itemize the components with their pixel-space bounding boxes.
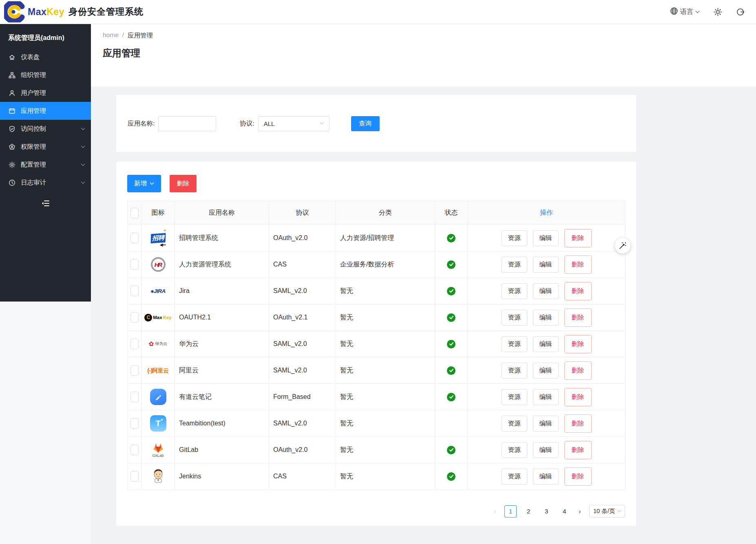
app-name-cell: 招聘管理系统 — [175, 225, 269, 251]
delete-row-button[interactable]: 删除 — [564, 441, 592, 459]
resource-button[interactable]: 资源 — [502, 336, 527, 352]
sidebar-item[interactable]: 应用管理 — [0, 102, 91, 120]
page-size-select[interactable]: 10 条/页 — [589, 505, 625, 518]
sidebar-item[interactable]: 访问控制 — [0, 120, 91, 138]
breadcrumb-home-link[interactable]: home — [103, 31, 119, 40]
app-logo-icon: (-)阿里云 — [149, 361, 168, 380]
theme-switch-fab[interactable] — [615, 238, 630, 253]
sidebar-item[interactable]: 配置管理 — [0, 156, 91, 174]
edit-button[interactable]: 编辑 — [533, 416, 559, 432]
app-protocol-cell: SAML_v2.0 — [269, 331, 336, 357]
delete-row-button[interactable]: 删除 — [564, 255, 592, 274]
row-checkbox[interactable] — [130, 312, 139, 323]
sidebar-item[interactable]: 权限管理 — [0, 138, 91, 156]
edit-button[interactable]: 编辑 — [533, 469, 559, 485]
resource-button[interactable]: 资源 — [502, 469, 527, 485]
delete-row-button[interactable]: 删除 — [564, 282, 592, 300]
sidebar-item[interactable]: 日志审计 — [0, 174, 91, 192]
sidebar-item-label: 访问控制 — [21, 125, 81, 133]
column-icon: 图标 — [141, 201, 175, 225]
row-checkbox[interactable] — [130, 471, 139, 482]
delete-row-button[interactable]: 删除 — [564, 361, 592, 380]
edit-button[interactable]: 编辑 — [533, 257, 559, 273]
status-active-icon — [447, 418, 455, 427]
page-number-button[interactable]: 1 — [504, 505, 517, 518]
table-row: Jenkins CAS 暂无 资源 编辑 删除 — [128, 463, 626, 490]
protocol-label: 协议: — [240, 119, 254, 128]
column-actions: 操作 — [468, 201, 626, 225]
resource-button[interactable]: 资源 — [502, 283, 527, 299]
page-number-button[interactable]: 3 — [540, 505, 553, 518]
sidebar-item-label: 组织管理 — [21, 71, 81, 79]
sidebar-collapse-button[interactable] — [40, 198, 51, 209]
app-protocol-cell: SAML_v2.0 — [269, 357, 336, 384]
edit-button[interactable]: 编辑 — [533, 363, 559, 379]
delete-row-button[interactable]: 删除 — [564, 335, 592, 353]
resource-button[interactable]: 资源 — [502, 389, 527, 405]
next-page-button[interactable]: › — [576, 508, 584, 515]
delete-row-button[interactable]: 删除 — [564, 467, 592, 486]
settings-icon[interactable] — [714, 8, 722, 16]
app-name-cell: 华为云 — [175, 331, 269, 357]
status-active-icon — [447, 472, 455, 481]
row-checkbox[interactable] — [130, 339, 139, 349]
row-checkbox[interactable] — [130, 365, 139, 376]
sidebar-item[interactable]: 用户管理 — [0, 84, 91, 102]
bulk-delete-button[interactable]: 删除 — [170, 175, 197, 192]
app-name-input[interactable] — [158, 116, 216, 131]
sidebar-item-label: 配置管理 — [21, 161, 81, 169]
sidebar-item[interactable]: 组织管理 — [0, 66, 91, 84]
page-number-button[interactable]: 2 — [522, 505, 535, 518]
edit-button[interactable]: 编辑 — [533, 310, 559, 326]
app-name-label: 应用名称: — [128, 119, 155, 128]
app-logo-icon — [149, 467, 168, 486]
resource-button[interactable]: 资源 — [502, 416, 527, 432]
edit-button[interactable]: 编辑 — [533, 230, 559, 246]
table-row: (-)阿里云 阿里云 SAML_v2.0 暂无 资源 编辑 删除 — [128, 357, 626, 384]
resource-button[interactable]: 资源 — [502, 310, 527, 326]
edit-button[interactable]: 编辑 — [533, 283, 559, 299]
resource-button[interactable]: 资源 — [502, 363, 527, 379]
app-protocol-cell: OAuth_v2.0 — [269, 437, 336, 463]
app-protocol-cell: Form_Based — [269, 384, 336, 410]
delete-row-button[interactable]: 删除 — [564, 414, 592, 433]
page-number-button[interactable]: 4 — [558, 505, 570, 518]
select-all-checkbox[interactable] — [130, 208, 139, 218]
sidebar-nav: 仪表盘 组织管理 用户管理 应用管理 访问控制 权限管理 配置管理 日志审计 — [0, 48, 91, 192]
row-checkbox[interactable] — [130, 233, 139, 243]
query-button[interactable]: 查询 — [351, 116, 380, 131]
app-logo-icon: ✿华为云 — [149, 335, 168, 353]
edit-button[interactable]: 编辑 — [533, 336, 559, 352]
logout-icon[interactable] — [736, 8, 745, 16]
resource-button[interactable]: 资源 — [502, 230, 527, 246]
row-checkbox[interactable] — [130, 286, 139, 296]
brand-max: Max — [28, 7, 46, 18]
row-checkbox[interactable] — [130, 259, 139, 270]
sidebar-rail: 系统管理员(admin) 仪表盘 组织管理 用户管理 应用管理 访问控制 权限管… — [0, 24, 91, 544]
resource-button[interactable]: 资源 — [502, 442, 527, 458]
sidebar-item-icon — [8, 89, 15, 97]
edit-button[interactable]: 编辑 — [533, 442, 559, 458]
delete-row-button[interactable]: 删除 — [564, 388, 592, 406]
row-checkbox[interactable] — [130, 392, 139, 402]
protocol-select[interactable]: ALL — [258, 116, 329, 131]
table-toolbar: 新增 删除 — [127, 175, 625, 192]
prev-page-button[interactable]: ‹ — [491, 508, 499, 515]
column-status: 状态 — [435, 201, 468, 225]
collapse-icon — [41, 199, 50, 207]
delete-row-button[interactable]: 删除 — [564, 308, 592, 327]
sidebar-item[interactable]: 仪表盘 — [0, 48, 91, 66]
row-checkbox[interactable] — [130, 418, 139, 429]
resource-button[interactable]: 资源 — [502, 257, 527, 273]
language-menu[interactable]: 语言 — [670, 7, 700, 17]
app-logo-icon: CMaxKey — [149, 308, 168, 327]
delete-row-button[interactable]: 删除 — [564, 229, 592, 247]
app-logo-icon: ✦招聘◀▪▪ — [149, 229, 168, 247]
edit-button[interactable]: 编辑 — [533, 389, 559, 405]
add-button[interactable]: 新增 — [127, 175, 161, 192]
current-user: 系统管理员(admin) — [0, 34, 91, 48]
table-header: 图标 应用名称 协议 分类 状态 操作 — [128, 201, 626, 225]
sidebar-item-label: 日志审计 — [21, 178, 81, 187]
row-checkbox[interactable] — [130, 445, 139, 455]
maxkey-logo-icon — [4, 1, 25, 22]
